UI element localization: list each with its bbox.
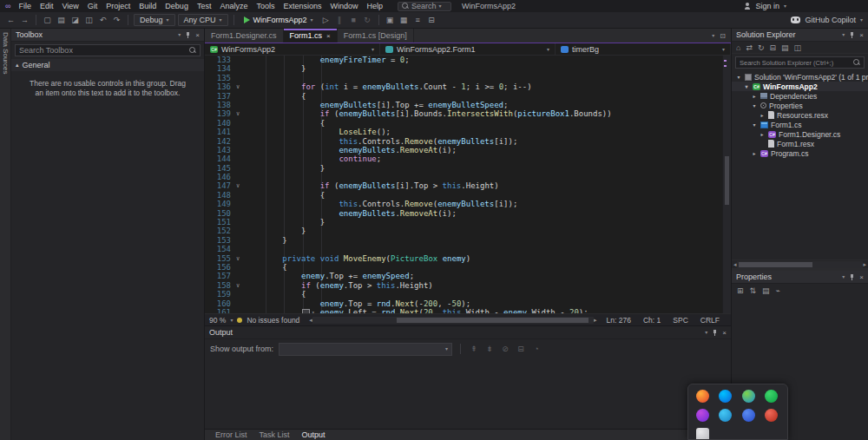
- property-pages-icon[interactable]: ▤: [762, 286, 770, 295]
- new-file-icon[interactable]: ▢: [42, 16, 53, 24]
- tab-form1-cs-design-[interactable]: Form1.cs [Design]: [338, 29, 414, 43]
- tool-tab-task-list[interactable]: Task List: [254, 430, 295, 439]
- fold-marker-icon[interactable]: ∨: [231, 109, 245, 118]
- scroll-right-icon[interactable]: ▸: [594, 317, 597, 324]
- menu-view[interactable]: View: [57, 2, 82, 10]
- tray-app-icon[interactable]: [765, 390, 778, 403]
- fold-marker-icon[interactable]: ∨: [231, 281, 245, 290]
- solution-explorer-search-input[interactable]: Search Solution Explorer (Ctrl+;): [735, 56, 865, 69]
- start-without-debugging-icon[interactable]: ▷: [320, 16, 332, 24]
- editor-horizontal-scrollbar[interactable]: ◂ ▸: [309, 317, 596, 324]
- code-line[interactable]: 156 {: [205, 263, 722, 272]
- menu-tools[interactable]: Tools: [252, 2, 279, 10]
- menu-debug[interactable]: Debug: [161, 2, 193, 10]
- tree-item-form1-resx[interactable]: Form1.resx: [732, 139, 868, 148]
- menu-file[interactable]: File: [14, 2, 36, 10]
- code-line[interactable]: 146: [205, 173, 722, 181]
- tool-tab-output[interactable]: Output: [297, 430, 331, 439]
- code-line[interactable]: 150 enemyBullets.RemoveAt(i);: [205, 209, 722, 218]
- pin-icon[interactable]: [849, 273, 855, 280]
- tray-app-icon[interactable]: [742, 390, 755, 403]
- code-line[interactable]: 137 {: [205, 92, 722, 101]
- solution-configuration-dropdown[interactable]: Debug ▾: [134, 14, 175, 26]
- close-icon[interactable]: ×: [195, 31, 200, 39]
- expander-icon[interactable]: ▸: [759, 112, 766, 118]
- code-line[interactable]: 133 enemyFireTimer = 0;: [205, 56, 722, 64]
- code-line[interactable]: 154: [205, 245, 722, 253]
- previous-message-icon[interactable]: ⇞: [469, 345, 479, 353]
- menu-extensions[interactable]: Extensions: [279, 2, 326, 10]
- close-icon[interactable]: ×: [326, 32, 331, 40]
- properties-icon[interactable]: ◫: [794, 43, 802, 52]
- pin-icon[interactable]: [849, 31, 855, 38]
- output-source-dropdown[interactable]: ▾: [279, 343, 452, 356]
- build-icon[interactable]: ▣: [385, 16, 396, 24]
- switch-views-icon[interactable]: ⇄: [746, 43, 753, 52]
- tree-item-program-cs[interactable]: ▸C#Program.cs: [732, 148, 868, 158]
- window-position-icon[interactable]: ▾: [842, 274, 845, 279]
- code-line[interactable]: 151 }: [205, 218, 722, 227]
- code-line[interactable]: 140 {: [205, 119, 722, 128]
- refresh-icon[interactable]: ↻: [758, 43, 765, 52]
- fold-marker-icon[interactable]: ∨: [231, 82, 245, 91]
- code-line[interactable]: 141 LoseLife();: [205, 128, 722, 136]
- tree-item-form1-cs[interactable]: ▾Form1.cs: [732, 120, 868, 129]
- breadcrumb-item[interactable]: timerBg▾: [556, 43, 731, 55]
- scroll-right-icon[interactable]: ▸: [863, 261, 866, 268]
- code-line[interactable]: 143 enemyBullets.RemoveAt(i);: [205, 146, 722, 154]
- output-content[interactable]: [205, 358, 731, 429]
- tray-app-icon[interactable]: [696, 409, 709, 422]
- restart-icon[interactable]: ↻: [362, 16, 373, 24]
- close-icon[interactable]: ×: [859, 31, 864, 39]
- find-in-files-icon[interactable]: ▦: [398, 16, 410, 24]
- comment-icon[interactable]: ≡: [412, 16, 424, 24]
- menu-help[interactable]: Help: [363, 2, 388, 10]
- expander-icon[interactable]: ▾: [735, 74, 742, 80]
- menu-build[interactable]: Build: [135, 2, 161, 10]
- navigate-forward-icon[interactable]: →: [19, 16, 30, 24]
- tree-item-properties[interactable]: ▾Properties: [732, 101, 868, 110]
- code-line[interactable]: 157 enemy.Top += enemySpeed;: [205, 272, 722, 280]
- menu-git[interactable]: Git: [83, 2, 102, 10]
- pause-icon[interactable]: ∥: [334, 16, 345, 24]
- tray-app-icon[interactable]: [696, 428, 709, 440]
- code-line[interactable]: 148 {: [205, 191, 722, 200]
- editor-vertical-scrollbar[interactable]: [722, 56, 731, 313]
- undo-icon[interactable]: ↶: [97, 16, 108, 24]
- events-icon[interactable]: ⌁: [776, 286, 780, 295]
- start-debugging-button[interactable]: WinFormsApp2 ▾: [240, 16, 318, 24]
- pin-icon[interactable]: [712, 329, 718, 336]
- data-sources-tab[interactable]: Data Sources: [2, 32, 10, 74]
- float-window-icon[interactable]: ⊡: [720, 32, 726, 40]
- chevron-down-icon[interactable]: ▾: [784, 3, 786, 9]
- tray-app-icon[interactable]: [696, 390, 709, 403]
- stop-icon[interactable]: ■: [348, 16, 359, 24]
- breadcrumb-item[interactable]: WinFormsApp2.Form1▾: [380, 43, 556, 55]
- github-copilot-button[interactable]: GitHub Copilot ▾: [791, 16, 863, 24]
- scrollbar-thumb[interactable]: [739, 262, 812, 267]
- categorized-icon[interactable]: ⊞: [737, 286, 744, 295]
- expander-icon[interactable]: ▸: [759, 131, 766, 137]
- solution-platform-dropdown[interactable]: Any CPU ▾: [178, 14, 228, 26]
- home-icon[interactable]: ⌂: [736, 43, 740, 52]
- fold-marker-icon[interactable]: ∨: [231, 254, 245, 263]
- clear-all-icon[interactable]: ⊘: [500, 345, 510, 353]
- menu-project[interactable]: Project: [102, 2, 135, 10]
- code-line[interactable]: 144 continue;: [205, 154, 722, 163]
- solution-explorer-scrollbar[interactable]: ◂ ▸: [732, 259, 868, 268]
- code-line[interactable]: 149 this.Controls.Remove(enemyBullets[i]…: [205, 200, 722, 208]
- quick-actions-icon[interactable]: ▾: [302, 309, 315, 313]
- code-line[interactable]: 139∨ if (enemyBullets[i].Bounds.Intersec…: [205, 109, 722, 118]
- tray-app-icon[interactable]: [765, 409, 778, 422]
- tab-form1-designer-cs[interactable]: Form1.Designer.cs: [205, 29, 284, 43]
- sign-in-link[interactable]: Sign in: [755, 2, 779, 10]
- menu-analyze[interactable]: Analyze: [215, 2, 252, 10]
- window-position-icon[interactable]: ▾: [842, 32, 845, 37]
- menu-window[interactable]: Window: [326, 2, 362, 10]
- expander-icon[interactable]: ▾: [751, 121, 758, 128]
- tab-form1-cs[interactable]: Form1.cs×: [284, 29, 338, 43]
- toolbox-group-general[interactable]: ▴ General: [11, 59, 204, 71]
- navigate-back-icon[interactable]: ←: [5, 16, 16, 24]
- close-icon[interactable]: ×: [722, 329, 727, 337]
- window-position-icon[interactable]: ▾: [178, 32, 181, 37]
